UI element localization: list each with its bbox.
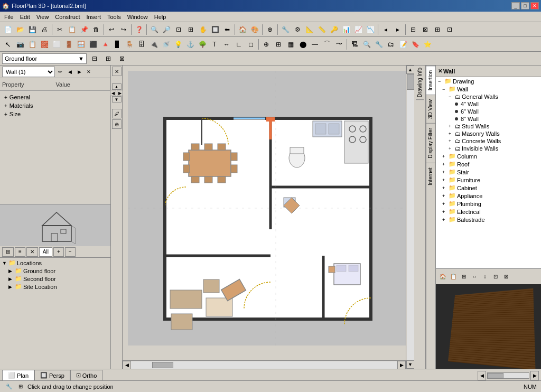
- tab-close[interactable]: ✕: [26, 247, 38, 257]
- plumbing-tool[interactable]: 🚿: [160, 39, 172, 50]
- extra4[interactable]: 🗂: [385, 39, 397, 50]
- right-panel-close[interactable]: ✕: [438, 68, 442, 74]
- tab-display-filter[interactable]: Display Filter: [426, 123, 435, 163]
- tools3[interactable]: 📐: [304, 24, 315, 35]
- align3[interactable]: ⊞: [432, 24, 443, 35]
- side-tool2[interactable]: ⊕: [112, 119, 122, 129]
- pan-button[interactable]: ✋: [197, 24, 209, 35]
- tree-plumbing[interactable]: + 📁 Plumbing: [436, 200, 541, 208]
- zoom-select-button[interactable]: ⊞: [185, 24, 197, 35]
- save-button[interactable]: 💾: [26, 24, 38, 35]
- panel-close-btn[interactable]: ✕: [85, 68, 93, 76]
- polyline-tool[interactable]: ∟: [233, 39, 245, 50]
- tab-scroll-thumb[interactable]: [488, 373, 503, 378]
- extra2[interactable]: 🔍: [361, 39, 372, 50]
- horizontal-scrollbar[interactable]: ◀ ▶: [123, 360, 406, 369]
- tab-add[interactable]: +: [53, 247, 64, 257]
- 3d-view-button[interactable]: 🏠: [237, 24, 248, 35]
- hatch-tool[interactable]: ▦: [285, 39, 296, 50]
- menu-view[interactable]: View: [33, 13, 52, 21]
- align4[interactable]: ⊡: [444, 24, 455, 35]
- menu-tools[interactable]: Tools: [104, 13, 124, 21]
- tools1[interactable]: 🔧: [279, 24, 291, 35]
- menu-edit[interactable]: Edit: [17, 13, 33, 21]
- stair-tool[interactable]: ⬛: [87, 39, 99, 50]
- landscape-tool[interactable]: 🌳: [197, 39, 208, 50]
- right-icon5[interactable]: ↕: [480, 272, 490, 282]
- extra5[interactable]: 📝: [397, 39, 409, 50]
- tree-column[interactable]: + 📁 Column: [436, 152, 541, 160]
- scroll-up-btn[interactable]: ▲: [406, 66, 415, 74]
- fill-tool[interactable]: ⬤: [297, 39, 309, 50]
- right-icon6[interactable]: ⊡: [491, 272, 500, 282]
- window-controls[interactable]: _ □ ✕: [511, 2, 539, 10]
- zoom-out-button[interactable]: 🔎: [161, 24, 172, 35]
- tree-concrete-walls[interactable]: + 🗂 Concrete Walls: [436, 137, 541, 145]
- tree-locations[interactable]: ▼ 📁 Locations: [1, 259, 109, 267]
- tree-stud-walls[interactable]: + 🗂 Stud Walls: [436, 123, 541, 130]
- cut-button[interactable]: ✂: [54, 24, 66, 35]
- prop-edit-btn[interactable]: ✏: [56, 68, 64, 76]
- tab-persp[interactable]: 🔲 Persp: [34, 370, 70, 380]
- align2[interactable]: ⊠: [419, 24, 431, 35]
- menu-insert[interactable]: Insert: [83, 13, 104, 21]
- tree-electrical[interactable]: + 📁 Electrical: [436, 208, 541, 216]
- undo-button[interactable]: ↩: [106, 24, 117, 35]
- close-button[interactable]: ✕: [530, 2, 539, 10]
- nav-down-btn[interactable]: ▼: [112, 96, 122, 102]
- close-panel-btn[interactable]: ✕: [112, 67, 122, 76]
- tab-insertion[interactable]: Insertion: [426, 66, 435, 95]
- tree-general-walls[interactable]: − 🗂 General Walls: [436, 93, 541, 100]
- paste-button[interactable]: 📌: [78, 24, 90, 35]
- copy-button[interactable]: 📋: [66, 24, 78, 35]
- tools8[interactable]: 📉: [365, 24, 376, 35]
- scroll-track-v[interactable]: [407, 74, 414, 360]
- tree-second-floor[interactable]: ▶ 📁 Second floor: [1, 275, 109, 283]
- group-tool[interactable]: ⊞: [273, 39, 284, 50]
- tree-masonry-walls[interactable]: + 🗂 Masonry Walls: [436, 130, 541, 137]
- prop-next-btn[interactable]: ▶: [75, 68, 83, 76]
- right-icon4[interactable]: ↔: [470, 272, 479, 282]
- tree-appliance[interactable]: + 📁 Appliance: [436, 192, 541, 200]
- status-icon[interactable]: 🔧: [4, 382, 14, 391]
- zoom-in-button[interactable]: 🔍: [148, 24, 160, 35]
- side-tool1[interactable]: 🖊: [112, 109, 122, 118]
- zoom-prev-button[interactable]: ⬅: [221, 24, 233, 35]
- line-tool[interactable]: —: [309, 39, 321, 50]
- tree-balustrade[interactable]: + 📁 Balustrade: [436, 216, 541, 223]
- room-tool[interactable]: ⬜: [51, 39, 62, 50]
- door-tool[interactable]: 🚪: [63, 39, 74, 50]
- floor-selector[interactable]: Ground floor ▼: [2, 53, 87, 64]
- tab-scroll-track[interactable]: [487, 372, 529, 379]
- tree-furniture[interactable]: + 📁 Furniture: [436, 176, 541, 184]
- nav-left-btn[interactable]: ◀: [110, 90, 116, 96]
- tools2[interactable]: ⚙: [292, 24, 303, 35]
- snap-button[interactable]: ⊕: [264, 24, 276, 35]
- tools4[interactable]: 📏: [316, 24, 328, 35]
- tree-invisible-walls[interactable]: + 🗂 Invisible Walls: [436, 145, 541, 152]
- vertical-scrollbar[interactable]: ▲ ▼: [406, 66, 414, 369]
- tree-drawing[interactable]: − 📁 Drawing: [436, 77, 541, 85]
- scroll-down-btn[interactable]: ▼: [406, 360, 415, 369]
- restore-button[interactable]: □: [521, 2, 529, 10]
- tree-6in-wall[interactable]: 6" Wall: [436, 108, 541, 115]
- floorplan-canvas[interactable]: [128, 71, 414, 346]
- tab-list[interactable]: ≡: [15, 247, 25, 257]
- tab-ortho[interactable]: ⊡ Ortho: [70, 370, 103, 380]
- move-right[interactable]: ▸: [392, 24, 404, 35]
- render-button[interactable]: 🎨: [249, 24, 260, 35]
- tree-8in-wall[interactable]: 8" Wall: [436, 115, 541, 123]
- object-selector[interactable]: Wall (1): [2, 67, 55, 77]
- prop-prev-btn[interactable]: ◀: [66, 68, 74, 76]
- tree-roof[interactable]: + 📁 Roof: [436, 160, 541, 168]
- status-icon2[interactable]: ⊞: [16, 382, 25, 391]
- tab-grid[interactable]: ⊞: [2, 247, 14, 257]
- tree-wall[interactable]: − 📁 Wall: [436, 85, 541, 93]
- scroll-left-btn[interactable]: ◀: [123, 361, 131, 369]
- prop-section-materials[interactable]: + Materials: [2, 101, 108, 110]
- electrical-tool[interactable]: 💡: [172, 39, 184, 50]
- nav-up-btn[interactable]: ▲: [112, 83, 122, 90]
- tab-plan[interactable]: ⬜ Plan: [2, 370, 34, 380]
- zoom-fit-button[interactable]: ⊡: [173, 24, 184, 35]
- extra6[interactable]: 🔖: [409, 39, 421, 50]
